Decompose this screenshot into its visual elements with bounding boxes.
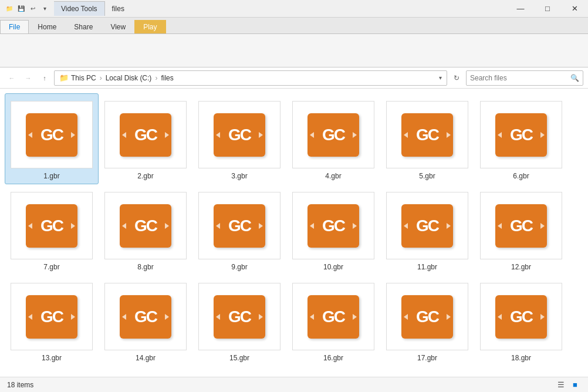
gc-text: GC bbox=[322, 127, 344, 143]
gc-arrow-left-icon bbox=[498, 132, 502, 138]
gc-text: GC bbox=[40, 127, 63, 143]
minimize-button[interactable]: — bbox=[507, 0, 534, 18]
file-item[interactable]: GC 15.gbr bbox=[192, 275, 286, 366]
breadcrumb-localdisk[interactable]: Local Disk (C:) bbox=[106, 74, 152, 82]
gc-text: GC bbox=[134, 218, 157, 234]
video-tools-tab[interactable]: Video Tools bbox=[54, 1, 105, 16]
view-controls: ☰ ■ bbox=[555, 379, 581, 391]
file-item[interactable]: GC 13.gbr bbox=[5, 275, 99, 366]
gc-icon: GC bbox=[305, 202, 361, 249]
file-item[interactable]: GC 6.gbr bbox=[474, 93, 568, 184]
file-item[interactable]: GC 10.gbr bbox=[286, 184, 380, 275]
gc-arrow-right-icon bbox=[71, 314, 75, 320]
gc-background: GC bbox=[214, 113, 265, 157]
gc-arrow-right-icon bbox=[71, 132, 75, 138]
file-thumbnail: GC bbox=[104, 192, 187, 259]
gc-icon: GC bbox=[493, 202, 549, 249]
address-bar[interactable]: 📁 This PC › Local Disk (C:) › files ▾ bbox=[54, 70, 447, 86]
file-thumbnail: GC bbox=[11, 101, 93, 168]
details-view-button[interactable]: ☰ bbox=[555, 379, 567, 391]
file-item[interactable]: GC 17.gbr bbox=[380, 275, 474, 366]
breadcrumb-files[interactable]: files bbox=[161, 74, 173, 82]
gc-arrow-right-icon bbox=[259, 314, 263, 320]
tab-share[interactable]: Share bbox=[65, 20, 102, 33]
file-label: 6.gbr bbox=[513, 172, 529, 180]
gc-arrow-left-icon bbox=[122, 132, 126, 138]
gc-text: GC bbox=[510, 218, 532, 234]
file-item[interactable]: GC 4.gbr bbox=[286, 93, 380, 184]
gc-background: GC bbox=[307, 204, 359, 248]
ribbon: File Home Share View Play bbox=[0, 18, 588, 67]
file-item[interactable]: GC 1.gbr bbox=[5, 93, 99, 184]
gc-icon: GC bbox=[211, 293, 268, 340]
refresh-button[interactable]: ↻ bbox=[450, 71, 464, 85]
file-item[interactable]: GC 18.gbr bbox=[474, 275, 568, 366]
gc-text: GC bbox=[416, 127, 438, 143]
file-label: 2.gbr bbox=[137, 172, 153, 180]
gc-icon: GC bbox=[399, 293, 455, 340]
file-item[interactable]: GC 7.gbr bbox=[5, 184, 99, 275]
close-button[interactable]: ✕ bbox=[561, 0, 588, 18]
gc-arrow-right-icon bbox=[353, 132, 357, 138]
file-label: 5.gbr bbox=[419, 172, 435, 180]
file-item[interactable]: GC 5.gbr bbox=[380, 93, 474, 184]
file-item[interactable]: GC 16.gbr bbox=[286, 275, 380, 366]
gc-text: GC bbox=[228, 309, 251, 325]
file-item[interactable]: GC 11.gbr bbox=[380, 184, 474, 275]
save-icon: 💾 bbox=[16, 4, 26, 13]
gc-icon: GC bbox=[305, 293, 361, 340]
gc-icon: GC bbox=[117, 111, 174, 158]
file-item[interactable]: GC 8.gbr bbox=[99, 184, 192, 275]
gc-icon: GC bbox=[399, 202, 455, 249]
gc-icon: GC bbox=[23, 293, 80, 340]
gc-arrow-right-icon bbox=[447, 314, 451, 320]
large-icons-view-button[interactable]: ■ bbox=[569, 379, 581, 391]
file-item[interactable]: GC 9.gbr bbox=[192, 184, 286, 275]
search-icon[interactable]: 🔍 bbox=[570, 74, 579, 82]
file-area: GC 1.gbr GC 2.gbr bbox=[0, 89, 588, 377]
gc-icon: GC bbox=[117, 293, 174, 340]
address-dropdown-icon[interactable]: ▾ bbox=[439, 75, 442, 81]
breadcrumb-thispc[interactable]: This PC bbox=[71, 74, 96, 82]
file-label: 18.gbr bbox=[511, 354, 531, 362]
file-item[interactable]: GC 3.gbr bbox=[192, 93, 286, 184]
gc-arrow-right-icon bbox=[540, 223, 545, 229]
ribbon-tabs: File Home Share View Play bbox=[0, 18, 588, 34]
tab-file[interactable]: File bbox=[0, 20, 29, 33]
file-thumbnail: GC bbox=[386, 283, 468, 350]
gc-arrow-left-icon bbox=[310, 223, 314, 229]
gc-arrow-right-icon bbox=[540, 132, 545, 138]
gc-arrow-left-icon bbox=[310, 132, 314, 138]
up-button[interactable]: ↑ bbox=[38, 71, 52, 85]
gc-arrow-left-icon bbox=[404, 223, 408, 229]
gc-background: GC bbox=[495, 295, 547, 339]
file-item[interactable]: GC 12.gbr bbox=[474, 184, 568, 275]
file-thumbnail: GC bbox=[198, 192, 281, 259]
file-label: 4.gbr bbox=[325, 172, 341, 180]
file-thumbnail: GC bbox=[11, 283, 93, 350]
search-bar[interactable]: 🔍 bbox=[466, 70, 583, 86]
file-thumbnail: GC bbox=[480, 283, 562, 350]
file-item[interactable]: GC 14.gbr bbox=[99, 275, 192, 366]
maximize-button[interactable]: □ bbox=[534, 0, 561, 18]
gc-background: GC bbox=[120, 295, 171, 339]
file-thumbnail: GC bbox=[292, 192, 374, 259]
title-bar: 📁 💾 ↩ ▾ Video Tools files — □ ✕ bbox=[0, 0, 588, 18]
file-item[interactable]: GC 2.gbr bbox=[99, 93, 192, 184]
back-button[interactable]: ← bbox=[5, 71, 19, 85]
gc-text: GC bbox=[322, 218, 344, 234]
gc-text: GC bbox=[40, 309, 63, 325]
gc-background: GC bbox=[401, 204, 453, 248]
tab-home[interactable]: Home bbox=[29, 20, 65, 33]
tab-view[interactable]: View bbox=[102, 20, 134, 33]
file-thumbnail: GC bbox=[198, 283, 281, 350]
gc-arrow-right-icon bbox=[447, 132, 451, 138]
file-thumbnail: GC bbox=[386, 192, 468, 259]
search-input[interactable] bbox=[470, 74, 568, 82]
gc-background: GC bbox=[26, 113, 77, 157]
gc-icon: GC bbox=[305, 111, 361, 158]
window-controls: — □ ✕ bbox=[507, 0, 588, 18]
file-label: 10.gbr bbox=[323, 263, 343, 271]
tab-play[interactable]: Play bbox=[134, 20, 165, 33]
forward-button[interactable]: → bbox=[21, 71, 35, 85]
